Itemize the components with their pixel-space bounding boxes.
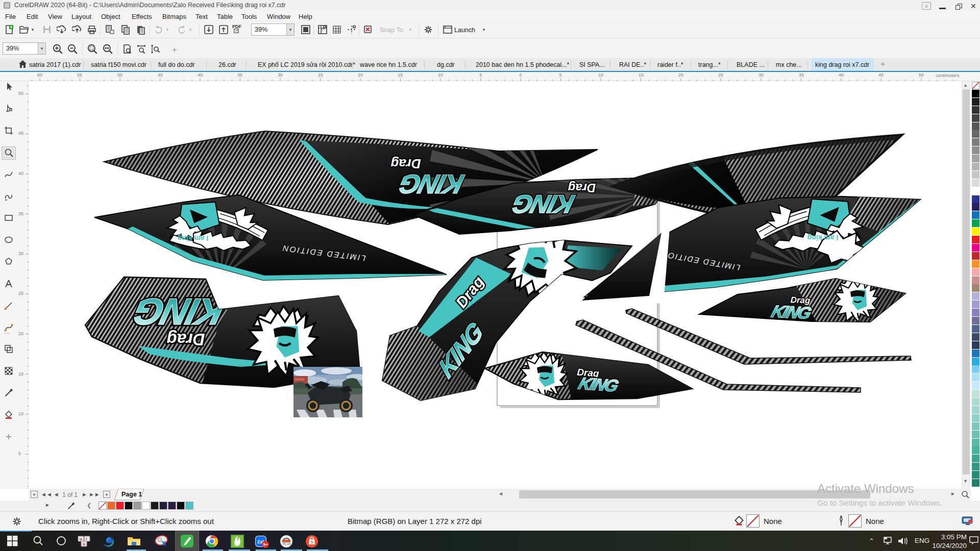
svg-text:PLUS: PLUS	[283, 542, 291, 545]
svg-text:KING: KING	[397, 169, 467, 199]
svg-text:KING: KING	[510, 190, 577, 218]
svg-text:Drag: Drag	[390, 156, 421, 171]
svg-text:I am king: I am king	[807, 234, 839, 242]
svg-text:u: u	[80, 537, 82, 541]
svg-text:i: i	[86, 537, 87, 541]
svg-text:S: S	[311, 540, 314, 544]
svg-text:KING: KING	[576, 374, 621, 395]
svg-text:n: n	[83, 542, 85, 546]
svg-text:Drag: Drag	[166, 330, 205, 349]
svg-text:5+: 5+	[263, 542, 268, 547]
svg-text:I am king: I am king	[178, 234, 209, 242]
